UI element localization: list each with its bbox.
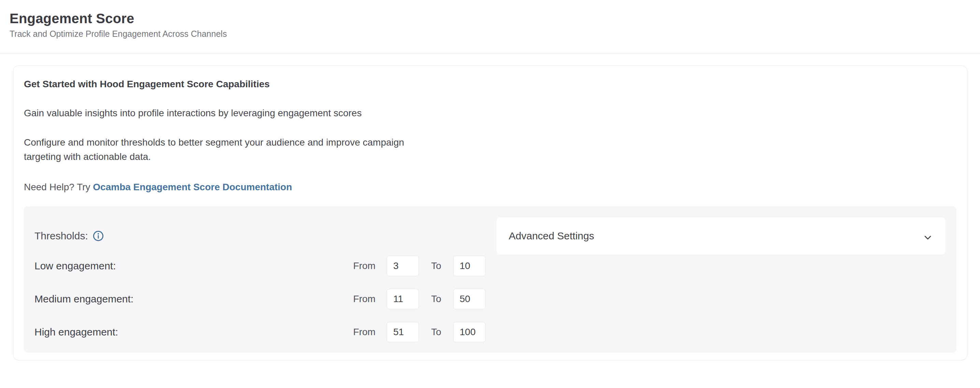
get-started-card: Get Started with Hood Engagement Score C… (13, 65, 967, 360)
from-label: From (353, 327, 375, 337)
low-from-input[interactable] (387, 256, 419, 276)
help-line: Need Help? Try Ocamba Engagement Score D… (24, 182, 956, 193)
to-label: To (431, 260, 441, 271)
thresholds-panel: Thresholds: Advanced Settings L (24, 206, 956, 353)
to-label: To (431, 327, 441, 337)
info-icon[interactable] (92, 230, 104, 242)
engagement-score-page: Engagement Score Track and Optimize Prof… (0, 0, 980, 388)
advanced-settings-label: Advanced Settings (509, 230, 594, 242)
threshold-row-low: Low engagement: From To (35, 256, 485, 276)
threshold-row-medium: Medium engagement: From To (35, 289, 485, 309)
card-paragraph-2: Configure and monitor thresholds to bett… (24, 135, 406, 164)
card-heading: Get Started with Hood Engagement Score C… (24, 79, 956, 90)
to-label: To (431, 293, 441, 304)
thresholds-panel-header: Thresholds: Advanced Settings (35, 217, 945, 254)
header-divider (0, 54, 980, 54)
card-paragraph-1: Gain valuable insights into profile inte… (24, 106, 406, 120)
thresholds-label-group: Thresholds: (35, 230, 104, 242)
page-title: Engagement Score (10, 11, 227, 26)
threshold-rows: Low engagement: From To Medium engagemen… (35, 256, 485, 342)
thresholds-label: Thresholds: (35, 230, 88, 242)
from-label: From (353, 293, 375, 304)
advanced-settings-toggle[interactable]: Advanced Settings (496, 217, 945, 254)
page-header: Engagement Score Track and Optimize Prof… (10, 11, 227, 39)
chevron-down-icon (922, 232, 933, 243)
high-to-input[interactable] (453, 322, 485, 342)
row-label-high: High engagement: (35, 326, 353, 338)
from-label: From (353, 260, 375, 271)
row-label-medium: Medium engagement: (35, 293, 353, 305)
medium-to-input[interactable] (453, 289, 485, 309)
medium-from-input[interactable] (387, 289, 419, 309)
documentation-link[interactable]: Ocamba Engagement Score Documentation (93, 182, 292, 192)
high-from-input[interactable] (387, 322, 419, 342)
low-to-input[interactable] (453, 256, 485, 276)
threshold-row-high: High engagement: From To (35, 322, 485, 342)
page-subtitle: Track and Optimize Profile Engagement Ac… (10, 29, 227, 39)
row-label-low: Low engagement: (35, 260, 353, 272)
help-prefix: Need Help? Try (24, 182, 93, 192)
